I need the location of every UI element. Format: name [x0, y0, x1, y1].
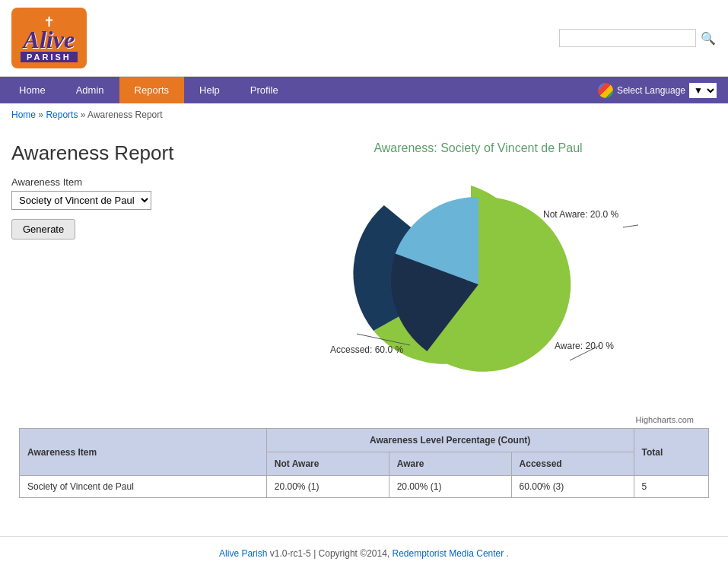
data-table: Awareness Item Awareness Level Percentag… [19, 428, 709, 498]
search-input[interactable] [559, 29, 696, 47]
main-content: Awareness Report Awareness Item Society … [0, 126, 728, 513]
col-item-header: Awareness Item [20, 429, 267, 476]
aware-label: Aware: 20.0 % [555, 341, 614, 351]
footer: Alive Parish v1.0-rc1-5 | Copyright ©201… [0, 536, 728, 570]
language-label: Select Language [617, 85, 685, 96]
generate-button[interactable]: Generate [11, 219, 75, 240]
logo-bottom: PARISH [21, 52, 78, 62]
accessed-line [357, 334, 410, 345]
col-accessed-header: Accessed [511, 452, 634, 476]
header: ✝ Alive PARISH 🔍 [0, 0, 728, 77]
search-area: 🔍 [559, 29, 717, 47]
nav-profile[interactable]: Profile [235, 77, 294, 103]
chart-title: Awareness: Society of Vincent de Paul [240, 141, 717, 155]
footer-version: v1.0-rc1-5 [270, 548, 311, 559]
nav-home[interactable]: Home [4, 77, 61, 103]
breadcrumb-current: Awareness Report [87, 109, 163, 120]
not-aware-label: Not Aware: 20.0 % [543, 209, 619, 220]
language-selector[interactable]: Select Language ▼ [590, 79, 724, 102]
breadcrumb: Home » Reports » Awareness Report [0, 103, 728, 126]
col-aware-header: Aware [389, 452, 511, 476]
footer-rmc-link[interactable]: Redemptorist Media Center [393, 548, 504, 559]
page-title: Awareness Report [11, 141, 240, 165]
chart-container: Awareness: Society of Vincent de Paul [240, 134, 717, 423]
logo-container: ✝ Alive PARISH [11, 8, 87, 68]
nav-reports[interactable]: Reports [119, 77, 185, 103]
footer-copyright: | Copyright ©2014, [313, 548, 392, 559]
row-aware: 20.00% (1) [389, 476, 511, 498]
nav-admin[interactable]: Admin [61, 77, 119, 103]
breadcrumb-reports[interactable]: Reports [46, 109, 78, 120]
row-not-aware: 20.00% (1) [266, 476, 389, 498]
awareness-item-label: Awareness Item [11, 176, 240, 188]
left-controls: Awareness Report Awareness Item Society … [11, 134, 240, 240]
table-row: Society of Vincent de Paul 20.00% (1) 20… [20, 476, 709, 498]
search-button[interactable]: 🔍 [700, 30, 717, 46]
navbar: Home Admin Reports Help Profile Select L… [0, 77, 728, 103]
logo-top: Alive [24, 27, 75, 52]
pie-chart-main: Not Aware: 20.0 % Accessed: 60.0 % Aware… [319, 155, 638, 406]
data-table-section: Awareness Item Awareness Level Percentag… [11, 428, 717, 498]
breadcrumb-home[interactable]: Home [11, 109, 36, 120]
nav-help[interactable]: Help [184, 77, 235, 103]
accessed-label: Accessed: 60.0 % [330, 344, 403, 355]
col-total-header: Total [634, 429, 709, 476]
logo-area: ✝ Alive PARISH [11, 8, 87, 68]
language-dropdown[interactable]: ▼ [689, 83, 717, 98]
google-translate-icon [598, 83, 613, 98]
row-total: 5 [634, 476, 709, 498]
breadcrumb-sep2: » [81, 109, 87, 120]
awareness-item-select[interactable]: Society of Vincent de Paul [11, 191, 151, 210]
chart-section: Awareness Report Awareness Item Society … [11, 134, 717, 423]
not-aware-line [623, 220, 638, 227]
footer-period: . [507, 548, 509, 559]
breadcrumb-sep1: » [38, 109, 46, 120]
col-not-aware-header: Not Aware [266, 452, 389, 476]
footer-alive-parish-link[interactable]: Alive Parish [219, 548, 267, 559]
row-item: Society of Vincent de Paul [20, 476, 267, 498]
row-accessed: 60.00% (3) [511, 476, 634, 498]
col-awareness-header: Awareness Level Percentage (Count) [266, 429, 634, 452]
